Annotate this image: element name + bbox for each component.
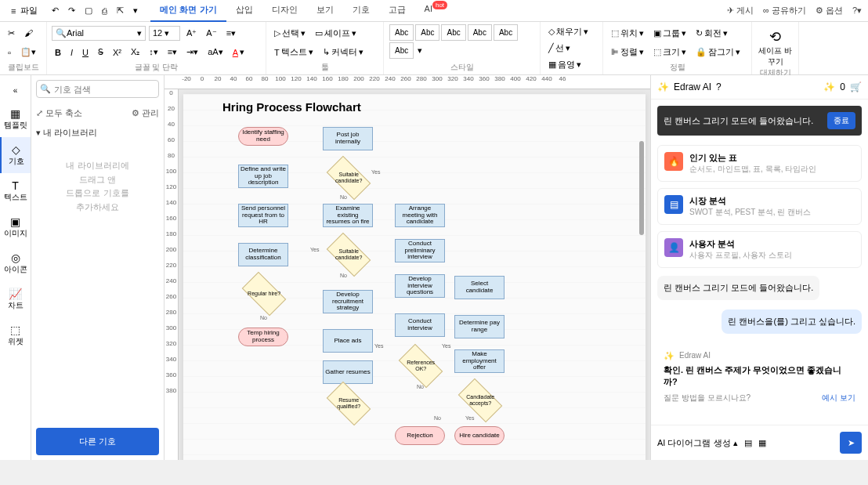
templates-tab[interactable]: ▦템플릿 (0, 101, 31, 137)
style-preset[interactable]: Abc (415, 24, 439, 41)
text-tool[interactable]: T 텍스트▾ (271, 45, 316, 60)
node-classify[interactable]: Determine classification (238, 243, 288, 266)
style-preset[interactable]: Abc (389, 42, 414, 59)
fill-btn[interactable]: ◇ 채우기▾ (545, 24, 591, 39)
node-select[interactable]: Select candidate (454, 276, 505, 299)
image-tab[interactable]: ▣이미지 (0, 209, 31, 245)
my-library-section[interactable]: ▾ 내 라이브러리 (36, 122, 159, 143)
node-conduct-pre[interactable]: Conduct preliminary interview (395, 239, 445, 262)
ai-exit-button[interactable]: 종료 (827, 112, 855, 129)
icons-tab[interactable]: ◎아이콘 (0, 245, 31, 281)
node-place-ads[interactable]: Place ads (323, 329, 373, 353)
ai-tool2-icon[interactable]: ▦ (758, 438, 766, 448)
node-send[interactable]: Send personnel request from to HR (238, 204, 288, 227)
node-regular[interactable]: Regular hire? (242, 272, 287, 317)
node-arrange[interactable]: Arrange meeting with candidate (395, 204, 445, 227)
flowchart-title[interactable]: Hring Process Flowchart (222, 100, 361, 114)
style-more[interactable]: ▾ (414, 42, 425, 60)
symbols-tab[interactable]: ◇기호 (0, 137, 31, 173)
group-btn[interactable]: ▣ 그룹▾ (650, 26, 689, 41)
shape-tool[interactable]: ▭ 셰이프▾ (312, 26, 360, 41)
share-button[interactable]: ∞ 공유하기 (763, 5, 806, 16)
node-suitable1[interactable]: Suitable candidate? (327, 156, 371, 201)
widgets-tab[interactable]: ⬚위젯 (0, 317, 31, 353)
export-icon[interactable]: ⇱ (112, 5, 128, 16)
node-examine[interactable]: Examine existing resumes on fire (323, 204, 373, 227)
copy-icon[interactable]: ▫ (5, 46, 14, 59)
line-btn[interactable]: ╱ 선▾ (545, 41, 573, 56)
position-btn[interactable]: ⬚ 위치▾ (608, 26, 647, 41)
indent-icon[interactable]: ⇥▾ (183, 45, 201, 59)
size-selector[interactable]: 12 ▾ (149, 26, 180, 41)
italic-icon[interactable]: I (67, 46, 76, 59)
tab-symbols[interactable]: 기호 (343, 0, 379, 22)
collapse-all[interactable]: ⤢ 모두 축소 (36, 107, 82, 119)
collapse-leftbar[interactable]: « (0, 80, 31, 101)
other-symbols-button[interactable]: 다른 기호 (36, 428, 159, 455)
node-suitable2[interactable]: Suitable candidate? (327, 233, 371, 277)
rotate-btn[interactable]: ↻ 회전▾ (693, 26, 731, 41)
print-icon[interactable]: ⎙ (97, 6, 112, 16)
style-preset[interactable]: Abc (441, 24, 465, 41)
canvas[interactable]: Hring Process Flowchart Identify staffin… (183, 94, 646, 460)
node-gather[interactable]: Gather resumes (323, 360, 373, 384)
tab-design[interactable]: 디자인 (262, 0, 307, 22)
tab-ai[interactable]: AIhot (415, 0, 458, 22)
hamburger-icon[interactable]: ≡ (6, 6, 20, 16)
shadow-btn[interactable]: ▦ 음영▾ (545, 57, 584, 72)
select-tool[interactable]: ▷ 선택▾ (271, 26, 309, 41)
node-identify[interactable]: Identify staffing need (238, 127, 288, 146)
node-temp[interactable]: Temp hiring process (238, 328, 288, 346)
node-ref-ok[interactable]: References OK? (399, 344, 443, 389)
bold-icon[interactable]: B (52, 46, 64, 59)
lock-btn[interactable]: 🔒 잠그기▾ (693, 45, 743, 60)
decrease-font-icon[interactable]: A⁻ (203, 27, 219, 40)
cut-icon[interactable]: ✂ (5, 27, 18, 40)
charts-tab[interactable]: 📈차트 (0, 281, 31, 317)
options-button[interactable]: ⚙ 옵션 (816, 5, 843, 16)
scrollbar-thumb[interactable] (639, 141, 644, 235)
node-rejection[interactable]: Rejection (395, 426, 445, 445)
file-menu[interactable]: 파일 (20, 5, 38, 16)
undo-icon[interactable]: ↶ (47, 5, 63, 16)
font-selector[interactable]: 🔍 Arial▾ (52, 26, 146, 41)
font-color-icon[interactable]: A▾ (230, 45, 248, 59)
node-post[interactable]: Post job internally (323, 127, 373, 150)
tab-view[interactable]: 보기 (307, 0, 343, 22)
ai-example-link[interactable]: 예시 보기 (822, 393, 855, 404)
ai-send-button[interactable]: ➤ (840, 432, 862, 454)
format-painter-icon[interactable]: 🖌 (21, 27, 36, 39)
tab-insert[interactable]: 삽입 (226, 0, 262, 22)
subscript-icon[interactable]: X₂ (128, 45, 143, 59)
more-icon[interactable]: ▾ (128, 5, 143, 16)
node-payrange[interactable]: Determine pay range (454, 315, 505, 338)
connector-tool[interactable]: ↳ 커넥터▾ (320, 45, 367, 60)
ai-card-user[interactable]: 👤 사용자 분석사용자 프로필, 사용자 스토리 (657, 231, 862, 268)
manage-btn[interactable]: ⚙ 관리 (132, 107, 159, 119)
bullet-icon[interactable]: ≡▾ (165, 45, 180, 59)
help-icon[interactable]: ?▾ (852, 5, 862, 16)
publish-button[interactable]: ✈ 게시 (727, 5, 754, 16)
align-icon[interactable]: ≡▾ (223, 27, 239, 40)
symbol-search[interactable]: 🔍 (36, 80, 159, 98)
node-develop-q[interactable]: Develop interview questions (395, 274, 445, 298)
node-offer[interactable]: Make employment offer (454, 349, 505, 373)
paste-icon[interactable]: 📋▾ (17, 45, 39, 59)
ai-generate-dropdown[interactable]: AI 다이어그램 생성 ▴ (657, 437, 738, 449)
tab-advanced[interactable]: 고급 (379, 0, 415, 22)
tab-home[interactable]: 메인 화면 가기 (150, 0, 226, 22)
redo-icon[interactable]: ↷ (63, 5, 80, 16)
increase-font-icon[interactable]: A⁺ (183, 27, 200, 40)
node-hire[interactable]: Hire candidate (454, 426, 505, 445)
strike-icon[interactable]: S̶ (95, 45, 107, 59)
line-spacing-icon[interactable]: ↕▾ (146, 45, 161, 59)
style-preset[interactable]: Abc (389, 24, 414, 41)
replace-shape-icon[interactable]: ⟲ (769, 29, 781, 45)
ai-card-popular[interactable]: 🔥 인기 있는 표순서도, 마인드맵, 표, 목록, 타임라인 (657, 145, 862, 182)
node-define[interactable]: Define and write up job description (238, 165, 288, 188)
search-input[interactable] (54, 85, 155, 94)
node-conduct-int[interactable]: Conduct interview (395, 313, 445, 337)
ai-cart-icon[interactable]: 🛒 (850, 81, 862, 92)
case-icon[interactable]: aA▾ (204, 45, 226, 59)
style-preset[interactable]: Abc (468, 24, 492, 41)
